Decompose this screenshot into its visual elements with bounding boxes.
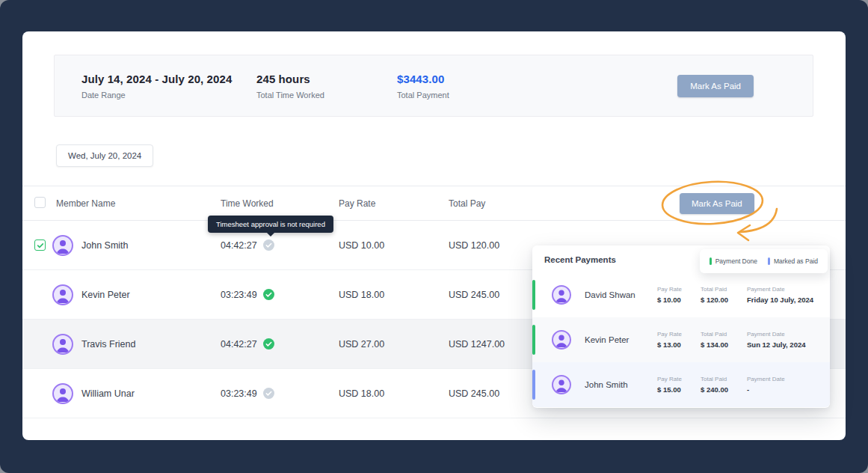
payment-date: Payment Date - (747, 376, 830, 394)
summary-card: July 14, 2024 - July 20, 2024 Date Range… (54, 55, 813, 117)
payment-total-paid: Total Paid $ 134.00 (701, 331, 747, 349)
total-payment-label: Total Payment (397, 91, 677, 100)
pay-rate: USD 18.00 (339, 290, 449, 300)
date-range-label: Date Range (81, 91, 256, 100)
payment-row: David Shwan Pay Rate $ 10.00 Total Paid … (532, 272, 830, 317)
pay-rate: USD 18.00 (339, 388, 449, 399)
avatar (552, 375, 571, 394)
member-name: Travis Friend (81, 339, 135, 350)
payment-pay-rate: Pay Rate $ 13.00 (657, 331, 701, 349)
payment-total-paid: Total Paid $ 120.00 (701, 286, 747, 304)
window-frame: July 14, 2024 - July 20, 2024 Date Range… (0, 0, 868, 473)
payment-row: Kevin Peter Pay Rate $ 13.00 Total Paid … (532, 317, 830, 362)
payments-legend: Payment Done Marked as Paid (700, 249, 828, 273)
time-worked: 03:23:49 (221, 290, 257, 300)
time-worked: 03:23:49 (221, 388, 257, 399)
avatar (52, 284, 73, 305)
payment-member-name: David Shwan (585, 290, 657, 299)
payment-row: John Smith Pay Rate $ 15.00 Total Paid $… (532, 362, 830, 407)
payment-done-color-icon (710, 257, 712, 265)
member-name: William Unar (81, 388, 135, 399)
approval-status-icon[interactable] (263, 388, 274, 399)
avatar (52, 334, 73, 355)
total-time-value: 245 hours (256, 73, 397, 85)
date-range-value: July 14, 2024 - July 20, 2024 (81, 73, 256, 85)
payment-total-paid: Total Paid $ 240.00 (701, 376, 747, 394)
metric-date-range: July 14, 2024 - July 20, 2024 Date Range (81, 73, 256, 100)
payment-member-name: John Smith (585, 380, 657, 389)
row-checkbox[interactable] (34, 239, 46, 251)
payment-member-name: Kevin Peter (585, 335, 657, 344)
select-all-checkbox[interactable] (34, 197, 46, 208)
payment-date: Payment Date Sun 12 July, 2024 (747, 331, 830, 349)
legend-label: Marked as Paid (774, 257, 818, 265)
marked-as-paid-color-icon (768, 257, 770, 265)
pay-rate: USD 27.00 (339, 339, 449, 350)
column-header-total: Total Pay (449, 198, 627, 209)
total-payment-value: $3443.00 (397, 73, 677, 85)
check-icon (37, 242, 44, 249)
avatar (52, 235, 73, 256)
legend-item-payment-done: Payment Done (710, 257, 757, 265)
member-name: Kevin Peter (81, 290, 130, 300)
payment-pay-rate: Pay Rate $ 15.00 (657, 376, 701, 394)
legend-label: Payment Done (715, 257, 757, 265)
approval-status-icon[interactable] (263, 289, 274, 300)
column-header-time: Time Worked (221, 198, 339, 209)
timesheet-page: July 14, 2024 - July 20, 2024 Date Range… (22, 31, 846, 440)
metric-total-payment: $3443.00 Total Payment (397, 73, 677, 100)
mark-as-paid-button-summary[interactable]: Mark As Paid (677, 75, 754, 97)
time-worked: 04:42:27 (221, 339, 257, 350)
legend-item-marked-as-paid: Marked as Paid (768, 257, 818, 265)
payment-pay-rate: Pay Rate $ 10.00 (657, 286, 701, 304)
approval-status-icon[interactable] (263, 239, 274, 251)
date-filter-chip[interactable]: Wed, July 20, 2024 (56, 144, 153, 167)
payment-date: Payment Date Friday 10 July, 2024 (747, 286, 830, 304)
approval-tooltip: Timesheet approval is not required (208, 216, 333, 233)
table-header-row: Member Name Time Worked Pay Rate Total P… (22, 186, 846, 221)
mark-as-paid-button-table[interactable]: Mark As Paid (680, 193, 754, 214)
metric-total-time: 245 hours Total Time Worked (256, 73, 397, 100)
member-name: John Smith (81, 240, 129, 251)
approval-status-icon[interactable] (263, 338, 274, 350)
time-worked: 04:42:27 (221, 240, 257, 251)
column-header-rate: Pay Rate (339, 198, 449, 209)
pay-rate: USD 10.00 (339, 240, 449, 251)
total-time-label: Total Time Worked (256, 91, 397, 100)
avatar (52, 383, 73, 404)
recent-payments-title: Recent Payments (544, 255, 616, 264)
column-header-member: Member Name (52, 198, 221, 209)
avatar (552, 330, 571, 350)
recent-payments-card: Recent Payments Payment Done Marked as P… (532, 245, 830, 408)
avatar (552, 285, 571, 305)
